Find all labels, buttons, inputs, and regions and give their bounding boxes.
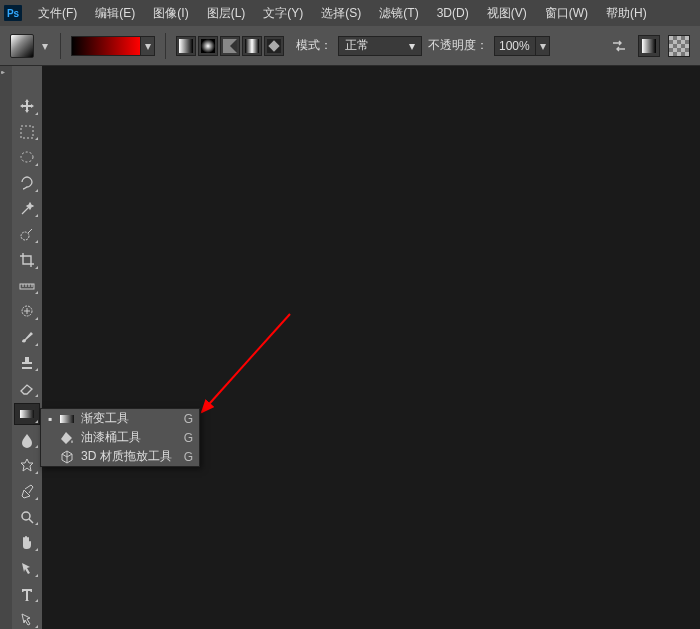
menu-image[interactable]: 图像(I) — [145, 1, 196, 26]
diamond-gradient-button[interactable] — [264, 36, 284, 56]
menu-filter[interactable]: 滤镜(T) — [371, 1, 426, 26]
workspace — [0, 66, 700, 629]
tool-palette — [12, 66, 42, 629]
flyout-item-label: 渐变工具 — [81, 410, 178, 427]
gradient-tool-flyout: ▪渐变工具G油漆桶工具G3D 材质拖放工具G — [40, 408, 200, 467]
svg-rect-12 — [20, 410, 34, 418]
move-tool[interactable] — [15, 96, 39, 116]
flyout-item-shortcut: G — [184, 412, 193, 426]
gradient-type-group — [176, 36, 284, 56]
ruler-tool[interactable] — [15, 276, 39, 296]
dither-icon[interactable] — [638, 35, 660, 57]
mode-label: 模式： — [296, 37, 332, 54]
eraser-tool[interactable] — [15, 378, 39, 398]
bucket-icon — [59, 430, 75, 446]
reverse-gradient-icon[interactable] — [608, 35, 630, 57]
transparency-icon[interactable] — [668, 35, 690, 57]
active-tool-preset-button[interactable] — [10, 34, 34, 58]
rectangular-marquee-tool[interactable] — [15, 122, 39, 142]
blur-tool[interactable] — [15, 430, 39, 450]
blend-mode-value: 正常 — [345, 37, 369, 54]
zoom-tool[interactable] — [15, 507, 39, 527]
menu-bar: Ps 文件(F) 编辑(E) 图像(I) 图层(L) 文字(Y) 选择(S) 滤… — [0, 0, 700, 26]
tool-preset-dropdown[interactable]: ▾ — [40, 36, 50, 56]
linear-gradient-button[interactable] — [176, 36, 196, 56]
svg-rect-0 — [179, 39, 193, 53]
flyout-item-shortcut: G — [184, 450, 193, 464]
svg-rect-3 — [245, 39, 259, 53]
flyout-item-shortcut: G — [184, 431, 193, 445]
opacity-dropdown[interactable]: ▾ — [536, 36, 550, 56]
ps-logo: Ps — [4, 5, 22, 21]
blend-mode-select[interactable]: 正常 ▾ — [338, 36, 422, 56]
type-tool[interactable] — [15, 584, 39, 604]
angle-gradient-button[interactable] — [220, 36, 240, 56]
menu-3d[interactable]: 3D(D) — [429, 2, 477, 24]
svg-rect-6 — [642, 39, 656, 53]
svg-point-13 — [22, 512, 30, 520]
elliptical-marquee-tool[interactable] — [15, 147, 39, 167]
menu-help[interactable]: 帮助(H) — [598, 1, 655, 26]
path-selection-tool[interactable] — [15, 558, 39, 578]
dodge-tool[interactable] — [15, 455, 39, 475]
svg-point-8 — [21, 152, 33, 162]
menu-edit[interactable]: 编辑(E) — [87, 1, 143, 26]
gradient-tool[interactable] — [15, 404, 39, 424]
gradient-picker-dropdown[interactable]: ▾ — [141, 36, 155, 56]
magic-wand-tool[interactable] — [15, 199, 39, 219]
menu-layer[interactable]: 图层(L) — [199, 1, 254, 26]
flyout-item-0[interactable]: ▪渐变工具G — [41, 409, 199, 428]
panel-collapse-gutter[interactable] — [0, 66, 12, 629]
gradient-preview[interactable] — [71, 36, 141, 56]
direct-selection-tool[interactable] — [15, 609, 39, 629]
svg-rect-1 — [201, 39, 215, 53]
flyout-item-2[interactable]: 3D 材质拖放工具G — [41, 447, 199, 466]
opacity-label: 不透明度： — [428, 37, 488, 54]
reflected-gradient-button[interactable] — [242, 36, 262, 56]
chevron-down-icon: ▾ — [409, 39, 415, 53]
lasso-tool[interactable] — [15, 173, 39, 193]
flyout-item-1[interactable]: 油漆桶工具G — [41, 428, 199, 447]
crop-tool[interactable] — [15, 250, 39, 270]
menu-window[interactable]: 窗口(W) — [537, 1, 596, 26]
opacity-input[interactable]: 100% — [494, 36, 536, 56]
menu-select[interactable]: 选择(S) — [313, 1, 369, 26]
flyout-item-label: 油漆桶工具 — [81, 429, 178, 446]
svg-point-9 — [21, 232, 29, 240]
spot-healing-tool[interactable] — [15, 301, 39, 321]
svg-rect-14 — [60, 415, 74, 423]
divider — [60, 33, 61, 59]
pen-tool[interactable] — [15, 481, 39, 501]
active-marker: ▪ — [47, 412, 53, 426]
menu-type[interactable]: 文字(Y) — [255, 1, 311, 26]
quick-selection-tool[interactable] — [15, 224, 39, 244]
clone-stamp-tool[interactable] — [15, 353, 39, 373]
radial-gradient-button[interactable] — [198, 36, 218, 56]
brush-tool[interactable] — [15, 327, 39, 347]
options-bar: ▾ ▾ 模式： 正常 ▾ 不透明度： 100% ▾ — [0, 26, 700, 66]
hand-tool[interactable] — [15, 532, 39, 552]
flyout-item-label: 3D 材质拖放工具 — [81, 448, 178, 465]
svg-rect-7 — [21, 126, 33, 138]
gradient-icon — [59, 411, 75, 427]
divider — [165, 33, 166, 59]
3dmat-icon — [59, 449, 75, 465]
menu-view[interactable]: 视图(V) — [479, 1, 535, 26]
document-canvas[interactable] — [42, 66, 700, 629]
menu-file[interactable]: 文件(F) — [30, 1, 85, 26]
